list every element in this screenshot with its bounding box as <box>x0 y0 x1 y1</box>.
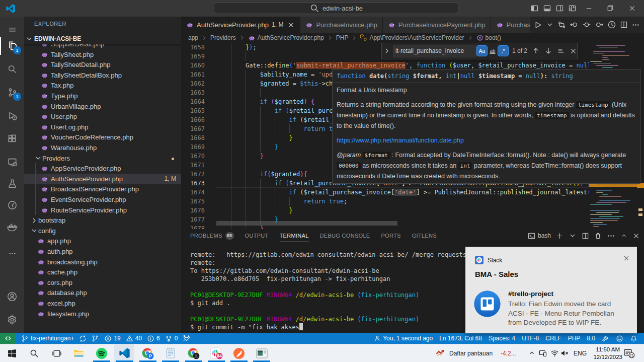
panel-tab-debug-console[interactable]: DEBUG CONSOLE <box>320 229 370 242</box>
regex-toggle[interactable]: .* <box>498 46 508 56</box>
open-change-icon[interactable] <box>582 20 591 29</box>
status-CRLF[interactable]: CRLF <box>545 335 561 342</box>
activity-run-debug[interactable] <box>0 105 24 125</box>
stocks-widget-label[interactable]: Daftar pantauan <box>449 350 493 357</box>
ellipsis-icon[interactable] <box>631 21 640 29</box>
tab-purchaseinvoicepayment-php[interactable]: PurchaseInvoicePayment.php <box>383 17 491 33</box>
layout-customize-icon[interactable] <box>568 4 576 12</box>
file-tree-item-auth-php[interactable]: auth.php <box>24 246 181 257</box>
file-tree-item-warehouse-php[interactable]: Warehouse.php <box>24 142 181 153</box>
file-tree-item-config[interactable]: config <box>24 226 181 236</box>
file-tree-item-app-php[interactable]: app.php <box>24 236 181 246</box>
action-center-icon[interactable]: 21 <box>624 349 635 358</box>
taskbar-chrome-2[interactable] <box>184 344 204 362</box>
activity-docker[interactable] <box>0 217 24 237</box>
language-indicator[interactable]: ENG <box>574 350 587 357</box>
file-tree-item-userlog-php[interactable]: UserLog.php <box>24 122 181 132</box>
prev-change-icon[interactable] <box>570 20 579 29</box>
activity-more[interactable] <box>0 243 24 263</box>
breadcrumb-item[interactable]: Providers <box>210 34 236 41</box>
status-Ln 1673, Col 68[interactable]: Ln 1673, Col 68 <box>439 335 482 342</box>
status-PHP[interactable]: PHP <box>568 335 581 342</box>
status-0[interactable]: 0 <box>165 335 178 342</box>
file-tree-item-cors-php[interactable]: cors.php <box>24 277 181 288</box>
stocks-widget-value[interactable]: -4,2... <box>501 350 516 357</box>
taskbar-search[interactable] <box>24 344 44 362</box>
status-8.0[interactable]: 8.0 <box>587 335 595 342</box>
workspace-root-header[interactable]: EDWIN-ACSI-BE <box>24 33 181 44</box>
file-tree-item-vouchercodereference-php[interactable]: VoucherCodeReference.php <box>24 132 181 142</box>
next-change-icon[interactable] <box>595 20 604 29</box>
split-icon[interactable] <box>582 232 589 240</box>
find-in-selection-icon[interactable] <box>557 47 565 55</box>
file-tree-item-cache-php[interactable]: cache.php <box>24 267 181 277</box>
taskbar-app-window[interactable] <box>252 344 272 362</box>
taskbar-spotify[interactable] <box>92 344 112 362</box>
layout-sidebar-left-icon[interactable] <box>530 4 538 12</box>
activity-explorer[interactable]: 1 <box>0 36 24 56</box>
breadcrumb-item[interactable]: PHP <box>336 34 349 41</box>
hover-doc-link[interactable]: https://www.php.net/manual/function.date… <box>337 137 464 144</box>
tray-expand-icon[interactable] <box>528 349 535 356</box>
match-case-toggle[interactable]: Aa <box>477 46 487 56</box>
terminal-output[interactable]: remote: https://gitlab.com/edwin-consult… <box>190 251 481 331</box>
file-tree-item-filesystem-php[interactable]: filesystem.php <box>24 309 181 319</box>
file-tree-item-tallysheet-php[interactable]: TallySheet.php <box>24 49 181 60</box>
code-editor[interactable]: 1658 });16591660 Gate::define('submit-re… <box>181 43 644 229</box>
tray-clock[interactable]: 11:50 AM12/12/2023 <box>593 346 622 361</box>
file-tree-item-type-php[interactable]: Type.php <box>24 91 181 101</box>
status-feedback-icon[interactable] <box>616 335 623 342</box>
find-next-icon[interactable] <box>544 47 552 55</box>
taskbar-file-explorer[interactable] <box>69 344 89 362</box>
terminal-shell-select[interactable]: bash <box>528 232 551 240</box>
panel-tab-terminal[interactable]: TERMINAL <box>280 229 309 242</box>
find-input[interactable]: it-retail_purchase_invoice <box>393 45 476 57</box>
find-expand-icon[interactable] <box>383 47 391 55</box>
file-tree-item-appserviceprovider-php[interactable]: AppServiceProvider.php <box>24 163 181 174</box>
slack-notification-toast[interactable]: Slack BMA - Sales #trello-project Trello… <box>465 247 637 333</box>
activity-settings[interactable] <box>0 310 24 330</box>
activity-accounts[interactable] <box>0 286 24 307</box>
breadcrumb-item[interactable]: boot() <box>476 34 501 41</box>
file-tree-item-user-php[interactable]: User.php <box>24 111 181 122</box>
file-tree-item-supplierdetail-php[interactable]: SupplierDetail.php <box>24 44 181 49</box>
nav-forward-icon[interactable] <box>199 3 209 13</box>
horizontal-scrollbar[interactable] <box>216 221 397 226</box>
chevron-down-icon[interactable] <box>546 21 554 29</box>
taskbar-postman[interactable] <box>229 344 249 362</box>
status-bell-icon[interactable] <box>630 335 637 342</box>
file-tree-item-database-php[interactable]: database.php <box>24 287 181 298</box>
plus-icon[interactable] <box>556 232 564 240</box>
close-icon[interactable] <box>628 4 636 12</box>
wifi-icon[interactable] <box>550 349 559 357</box>
breadcrumb-item[interactable]: App\Providers\AuthServiceProvider <box>360 34 464 41</box>
file-tree-item-broadcastserviceprovider-php[interactable]: BroadcastServiceProvider.php <box>24 184 181 194</box>
file-history-icon[interactable] <box>607 20 616 29</box>
activity-extensions[interactable] <box>0 128 24 149</box>
status-gitlab-icon[interactable] <box>183 334 191 342</box>
status-40[interactable]: 40 <box>126 335 142 342</box>
activity-testing[interactable] <box>0 173 24 193</box>
status-gitlens-branch-icon[interactable] <box>92 335 99 342</box>
file-tree-item-authserviceprovider-php[interactable]: AuthServiceProvider.php1, M <box>24 174 181 184</box>
tray-device-icon[interactable] <box>539 349 547 357</box>
close-icon[interactable] <box>632 232 640 240</box>
breadcrumb-item[interactable]: app <box>188 34 198 41</box>
layout-sidebar-right-icon[interactable] <box>555 4 564 12</box>
taskbar-notepad[interactable] <box>160 344 181 362</box>
chevron-up-icon[interactable] <box>620 232 627 239</box>
activity-source-control[interactable]: 1 <box>0 82 24 102</box>
file-tree-item-tax-php[interactable]: Tax.php <box>24 80 181 91</box>
remote-indicator[interactable] <box>0 333 16 344</box>
file-tree-item-providers[interactable]: Providers <box>24 153 181 164</box>
compare-changes-icon[interactable] <box>557 21 566 29</box>
taskbar-slack[interactable]: 84 <box>206 344 226 362</box>
file-tree-item-eventserviceprovider-php[interactable]: EventServiceProvider.php <box>24 194 181 205</box>
close-icon[interactable] <box>287 21 295 29</box>
activity-search[interactable] <box>0 59 24 79</box>
activity-remote-explorer[interactable] <box>0 152 24 172</box>
status-19[interactable]: 19 <box>104 335 120 342</box>
run-icon[interactable] <box>534 21 542 29</box>
panel-tab-gitlens[interactable]: GITLENS <box>412 229 437 242</box>
taskbar-vscode[interactable] <box>114 344 134 362</box>
